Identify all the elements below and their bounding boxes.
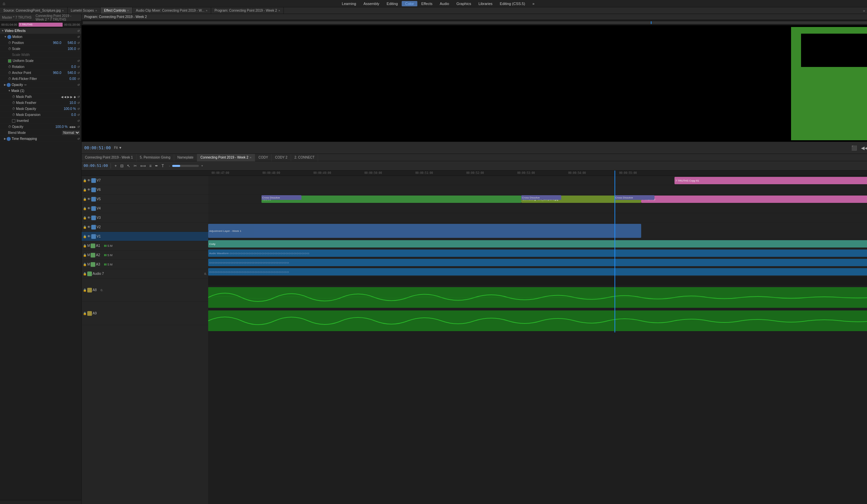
monitor-time-bar[interactable] — [83, 21, 867, 24]
ec-clip-bar[interactable]: 7 TRUTHS — [19, 23, 63, 26]
eye-icon[interactable]: 👁 — [87, 225, 90, 229]
seq-tab-week2[interactable]: Connecting Point 2019 - Week 2 × — [197, 154, 255, 161]
timeline-tracks-area[interactable]: 00:00:47:00 00:00:48:00 00:00:49:00 00:0… — [208, 171, 867, 504]
tab-source[interactable]: Source: ConnectingPoint_Scripture.jpg × — [0, 7, 68, 14]
seq-tab-permission[interactable]: 5. Permission Giving — [137, 154, 174, 161]
nav-more[interactable]: » — [529, 1, 538, 6]
clip-v5-truths[interactable]: 7 TRUTHS — [641, 195, 867, 203]
solo-icon[interactable]: S — [107, 244, 109, 247]
ec-blend-mode-row[interactable]: Blend Mode Normal Multiply Screen — [0, 130, 81, 136]
track-toggle-v7[interactable] — [91, 178, 96, 183]
lock-icon[interactable]: 🔒 — [83, 289, 87, 292]
mask-path-controls[interactable]: ◀ ◀ ▶ ▶ ◆ — [61, 95, 76, 99]
tl-pen-tool[interactable]: ✒ — [154, 163, 159, 169]
nav-color[interactable]: Color — [402, 1, 417, 6]
ec-rotation-row[interactable]: ⏱ Rotation 0.0 ↺ — [0, 64, 81, 70]
clip-a3[interactable]: ▭▭▭▭▭▭▭▭▭▭▭▭▭▭▭▭▭▭▭▭▭▭▭▭▭▭▭▭▭▭ — [208, 268, 867, 276]
ec-anchor-point-row[interactable]: ⏱ Anchor Point 960.0 540.0 ↺ — [0, 70, 81, 76]
mute-icon[interactable]: M — [110, 254, 113, 257]
reset-icon[interactable]: ↺ — [77, 41, 80, 45]
eye-icon[interactable]: M — [87, 262, 90, 266]
nav-editing[interactable]: Editing — [383, 1, 402, 6]
tl-magnify-minus[interactable]: - — [169, 164, 170, 168]
keyframe-prev-icon[interactable]: ◀ — [69, 125, 71, 129]
reset-icon[interactable]: ↺ — [77, 47, 80, 51]
dissolve-v5-2[interactable]: Cross Dissolve — [521, 195, 561, 200]
clip-v1-cody[interactable]: Cody — [208, 240, 867, 247]
lock-icon[interactable]: 🔒 — [83, 216, 87, 219]
tab-audio-clip-mixer[interactable]: Audio Clip Mixer: Connecting Point 2019 … — [132, 7, 211, 14]
tl-ripple-tool[interactable]: ⟺ — [139, 163, 147, 169]
dissolve-v5-3[interactable]: Cross Dissolve — [614, 195, 654, 200]
pen-icon[interactable]: ✏ — [24, 83, 27, 87]
lock-icon[interactable]: 🔒 — [83, 179, 87, 182]
tab-program-monitor[interactable]: Program: Connecting Point 2019 - Week 2 … — [211, 7, 284, 14]
nav-learning[interactable]: Learning — [339, 1, 360, 6]
ec-uniform-scale-row[interactable]: Uniform Scale ↺ — [0, 58, 81, 64]
eye-icon[interactable]: 👁 — [87, 206, 90, 210]
tl-nest-btn[interactable]: ⊟ — [119, 163, 125, 169]
track-toggle-a2[interactable] — [90, 253, 95, 257]
eye-icon[interactable]: M — [87, 253, 90, 257]
ec-opacity-value-row[interactable]: ⏱ Opacity 100.0 % ◀ ◆ ▶ ↺ — [0, 124, 81, 130]
eye-icon[interactable] — [7, 35, 11, 39]
keyframe-next-icon[interactable]: ▶ — [74, 125, 76, 129]
tl-selection-tool[interactable]: ↖ — [126, 163, 131, 169]
ec-opacity-header-row[interactable]: ▶ Opacity ✏ ↺ — [0, 82, 81, 88]
reset-icon[interactable]: ↺ — [77, 107, 80, 110]
ec-time-remapping-row[interactable]: ▶ Time Remapping ↺ — [0, 136, 81, 142]
ec-mask-opacity-row[interactable]: ⏱ Mask Opacity 100.0 % ↺ — [0, 106, 81, 112]
lock-icon[interactable]: 🔒 — [83, 235, 87, 238]
track-toggle-v1[interactable] — [91, 234, 96, 239]
lock-icon[interactable]: 🔒 — [83, 197, 87, 201]
ec-mask-feather-row[interactable]: ⏱ Mask Feather 10.0 ↺ — [0, 100, 81, 106]
nav-audio[interactable]: Audio — [436, 1, 452, 6]
solo-icon[interactable]: S — [107, 263, 109, 266]
seq-tab-cody[interactable]: CODY — [255, 154, 272, 161]
reset-icon[interactable]: ↺ — [77, 101, 80, 105]
reset-icon[interactable]: ↺ — [77, 113, 80, 117]
lock-icon[interactable]: 🔒 — [83, 207, 87, 210]
tab-lumetri-scopes[interactable]: Lumetri Scopes × — [68, 7, 101, 14]
lock-icon[interactable]: 🔒 — [83, 226, 87, 229]
track-toggle-v4[interactable] — [91, 206, 96, 211]
reset-icon[interactable]: ↺ — [77, 59, 80, 63]
eye-icon[interactable]: 👁 — [87, 216, 90, 219]
reset-icon[interactable]: ↺ — [77, 77, 80, 81]
eye-icon[interactable]: 👁 — [87, 235, 90, 238]
track-toggle-v5[interactable] — [91, 197, 96, 202]
step-back-btn[interactable]: ◀◀ — [860, 144, 867, 151]
clip-v2-adjustment[interactable]: Adjustment Layer - Week 1 — [208, 224, 641, 238]
eye-icon[interactable] — [7, 83, 11, 87]
close-icon[interactable]: × — [95, 9, 97, 12]
close-icon[interactable]: × — [127, 9, 129, 12]
dissolve-v5-1[interactable]: Cross Dissolve — [261, 195, 301, 200]
track-toggle-v3[interactable] — [91, 215, 96, 220]
checkbox-icon[interactable] — [8, 59, 11, 63]
clip-a2[interactable]: ▭▭▭▭▭▭▭▭▭▭▭▭▭▭▭▭▭▭▭▭▭▭▭▭▭▭▭▭▭▭ — [208, 259, 867, 266]
seq-tab-nameplate[interactable]: Nameplate — [174, 154, 197, 161]
ec-mask-expansion-row[interactable]: ⏱ Mask Expansion 0.0 ↺ — [0, 112, 81, 118]
reset-all-icon[interactable]: ↺ — [77, 29, 80, 33]
mute-icon[interactable]: M — [110, 244, 113, 247]
reset-icon[interactable]: ↺ — [77, 65, 80, 68]
track-toggle-a3[interactable] — [90, 262, 95, 267]
reset-icon[interactable]: ↺ — [77, 119, 80, 122]
eye-icon[interactable]: M — [87, 244, 90, 247]
clip-a1[interactable]: Audio Waveform ▭▭▭▭▭▭▭▭▭▭▭▭▭▭▭▭▭▭▭▭▭▭▭▭▭… — [208, 249, 867, 257]
clip-a8[interactable] — [208, 287, 867, 308]
close-icon[interactable]: × — [250, 156, 251, 159]
lock-icon[interactable]: 🔒 — [83, 312, 87, 315]
reset-icon[interactable]: ↺ — [77, 35, 80, 39]
tab-effect-controls[interactable]: Effect Controls × — [100, 7, 132, 14]
lock-icon[interactable]: 🔒 — [83, 272, 87, 276]
ec-anti-flicker-row[interactable]: ⏱ Anti-Flicker Filter 0.00 ↺ — [0, 76, 81, 82]
seq-tab-cody2[interactable]: CODY 2 — [272, 154, 291, 161]
ec-mask1-row[interactable]: ▼ Mask (1) — [0, 88, 81, 94]
clip-v7-truths-copy[interactable]: 7 TRUTHS Copy 61 — [674, 177, 867, 184]
eye-icon[interactable]: 👁 — [87, 197, 90, 201]
track-toggle-a1[interactable] — [90, 244, 95, 248]
reset-icon[interactable]: ↺ — [77, 125, 80, 129]
clip-a9[interactable] — [208, 310, 867, 331]
lock-icon[interactable]: 🔒 — [83, 263, 87, 266]
